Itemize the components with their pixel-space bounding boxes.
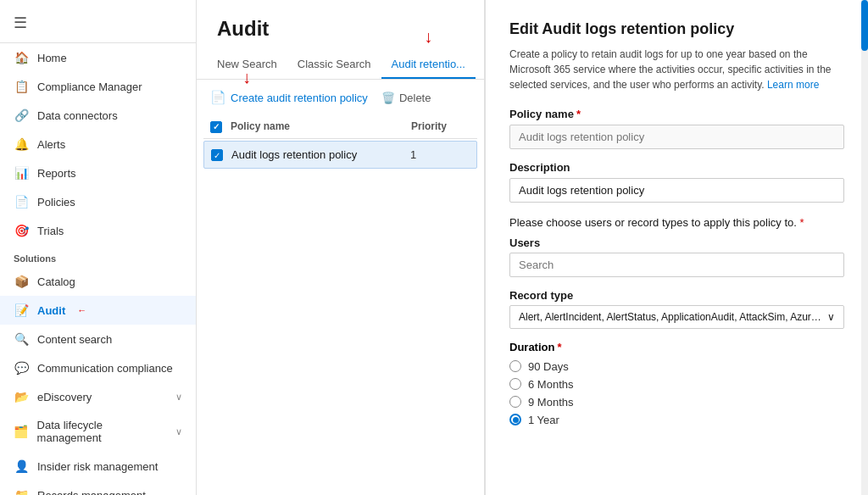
radio-unchecked — [509, 360, 521, 372]
users-sub-label: Users — [509, 236, 844, 249]
learn-more-link[interactable]: Learn more — [767, 79, 819, 91]
delete-button[interactable]: 🗑️ Delete — [381, 92, 431, 104]
sidebar-item-label: Catalog — [37, 275, 75, 288]
row-policy-name: Audit logs retention policy — [231, 148, 410, 161]
create-btn-wrapper: ↓ 📄 Create audit retention policy — [210, 90, 368, 105]
sidebar-item-reports[interactable]: 📊 Reports — [0, 159, 196, 187]
sidebar-item-audit[interactable]: 📝 Audit ← — [0, 296, 196, 325]
sidebar-item-ediscovery[interactable]: 📂 eDiscovery ∨ — [0, 382, 196, 411]
hamburger-menu[interactable]: ☰ — [0, 7, 196, 39]
audit-toolbar: ↓ 📄 Create audit retention policy 🗑️ Del… — [197, 80, 484, 115]
row-priority: 1 — [410, 148, 470, 161]
sidebar-item-policies[interactable]: 📄 Policies — [0, 187, 196, 216]
policies-icon: 📄 — [14, 195, 29, 209]
description-input[interactable] — [509, 178, 844, 203]
arrow-tab-indicator: ↓ — [424, 27, 432, 47]
description-label: Description — [509, 161, 844, 174]
sidebar-item-label: Reports — [37, 167, 76, 180]
audit-tabs: New Search Classic Search ↓ Audit retent… — [197, 51, 484, 80]
radio-unchecked — [509, 378, 521, 390]
col-policy-name: Policy name — [231, 120, 411, 132]
sidebar-item-content-search[interactable]: 🔍 Content search — [0, 325, 196, 353]
sidebar-item-data-connectors[interactable]: 🔗 Data connectors — [0, 101, 196, 130]
duration-1year[interactable]: 1 Year — [509, 414, 844, 426]
communication-icon: 💬 — [14, 361, 29, 375]
sidebar-item-label: Content search — [37, 333, 112, 346]
sidebar-item-trials[interactable]: 🎯 Trials — [0, 216, 196, 245]
table-header: ✓ Policy name Priority — [203, 115, 477, 139]
row-checkbox[interactable]: ✓ — [211, 148, 231, 162]
duration-label: Duration * — [509, 341, 844, 353]
tab-audit-retention[interactable]: ↓ Audit retentio... — [381, 51, 476, 79]
insider-risk-icon: 👤 — [14, 459, 29, 473]
tab-classic-search[interactable]: Classic Search — [287, 51, 381, 79]
edit-panel-description: Create a policy to retain audit logs for… — [509, 47, 844, 92]
audit-arrow: ← — [77, 305, 86, 315]
audit-table: ✓ Policy name Priority ✓ Audit logs rete… — [197, 115, 484, 169]
duration-9months[interactable]: 9 Months — [509, 396, 844, 409]
description-field: Description — [509, 161, 844, 203]
radio-unchecked — [509, 396, 521, 408]
sidebar-item-communication-compliance[interactable]: 💬 Communication compliance — [0, 353, 196, 382]
table-row[interactable]: ✓ Audit logs retention policy 1 — [203, 141, 477, 170]
catalog-icon: 📦 — [14, 275, 29, 288]
sidebar-item-label: Policies — [37, 196, 75, 209]
sidebar-item-compliance-manager[interactable]: 📋 Compliance Manager — [0, 72, 196, 101]
alerts-icon: 🔔 — [14, 137, 29, 151]
solutions-header: Solutions — [0, 245, 196, 267]
audit-title: Audit — [197, 0, 484, 51]
sidebar-item-label: Audit — [37, 304, 65, 317]
policy-name-label: Policy name * — [509, 108, 844, 120]
sidebar-item-label: Alerts — [37, 138, 65, 151]
sidebar-item-insider-risk[interactable]: 👤 Insider risk management — [0, 452, 196, 481]
sidebar-item-home[interactable]: 🏠 Home — [0, 43, 196, 72]
sidebar-item-label: Trials — [37, 225, 64, 237]
checked-icon: ✓ — [210, 121, 222, 133]
record-type-select[interactable]: Alert, AlertIncident, AlertStatus, Appli… — [509, 305, 844, 329]
checked-icon: ✓ — [211, 149, 223, 161]
sidebar-item-label: Records management — [37, 489, 146, 496]
chevron-down-icon: ∨ — [175, 426, 182, 437]
sidebar-item-label: Data connectors — [37, 109, 118, 122]
sidebar-item-label: Compliance Manager — [37, 81, 142, 93]
scrollbar-thumb[interactable] — [861, 0, 868, 51]
edit-panel: Edit Audit logs retention policy Create … — [485, 0, 868, 495]
sidebar: ☰ 🏠 Home 📋 Compliance Manager 🔗 Data con… — [0, 0, 197, 495]
sidebar-item-label: eDiscovery — [37, 391, 92, 403]
records-icon: 📁 — [14, 488, 29, 495]
required-indicator: * — [800, 216, 804, 229]
required-indicator: * — [576, 108, 581, 120]
create-audit-policy-button[interactable]: 📄 Create audit retention policy — [210, 90, 368, 105]
sidebar-item-label: Communication compliance — [37, 362, 173, 375]
policy-name-input[interactable] — [509, 125, 844, 149]
ediscovery-icon: 📂 — [14, 390, 29, 403]
users-search-input[interactable] — [509, 253, 844, 277]
sidebar-item-data-lifecycle[interactable]: 🗂️ Data lifecycle management ∨ — [0, 411, 196, 452]
record-type-field: Record type Alert, AlertIncident, AlertS… — [509, 289, 844, 329]
scrollbar[interactable] — [861, 0, 868, 495]
trash-icon: 🗑️ — [381, 92, 395, 104]
sidebar-item-label: Insider risk management — [37, 460, 158, 473]
users-section: Please choose users or record types to a… — [509, 214, 844, 277]
radio-dot — [513, 417, 519, 423]
menu-icon: ☰ — [14, 14, 27, 32]
reports-icon: 📊 — [14, 166, 29, 180]
edit-panel-title: Edit Audit logs retention policy — [509, 20, 844, 38]
sidebar-item-label: Home — [37, 52, 67, 64]
sidebar-item-catalog[interactable]: 📦 Catalog — [0, 267, 196, 296]
required-indicator: * — [557, 341, 561, 353]
policy-name-field: Policy name * — [509, 108, 844, 149]
radio-checked — [509, 414, 521, 425]
sidebar-item-records-management[interactable]: 📁 Records management — [0, 481, 196, 495]
duration-90days[interactable]: 90 Days — [509, 360, 844, 373]
record-type-label: Record type — [509, 289, 844, 302]
sidebar-item-alerts[interactable]: 🔔 Alerts — [0, 130, 196, 159]
duration-6months[interactable]: 6 Months — [509, 378, 844, 391]
audit-icon: 📝 — [14, 303, 29, 317]
chevron-down-icon: ∨ — [175, 392, 182, 403]
duration-section: Duration * 90 Days 6 Months 9 Months 1 Y… — [509, 341, 844, 426]
record-type-value: Alert, AlertIncident, AlertStatus, Appli… — [519, 311, 822, 323]
chevron-down-icon: ∨ — [827, 311, 835, 323]
lifecycle-icon: 🗂️ — [14, 425, 29, 438]
header-checkbox: ✓ — [210, 120, 231, 133]
